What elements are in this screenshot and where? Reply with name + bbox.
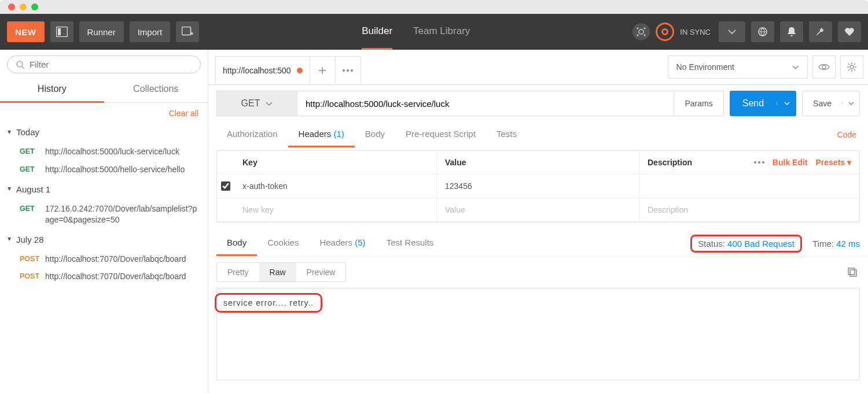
history-item[interactable]: GET 172.16.0.242:7070/Dover/lab/sampleli…: [0, 200, 208, 229]
tab-options-button[interactable]: [336, 56, 361, 84]
filter-input-wrap[interactable]: [7, 55, 201, 73]
copy-response-button[interactable]: [845, 265, 860, 280]
svg-point-17: [762, 161, 764, 164]
filter-input[interactable]: [30, 60, 192, 69]
globe-icon: [757, 27, 768, 37]
header-row-placeholder[interactable]: New key Value Description: [217, 198, 859, 222]
subtab-headers[interactable]: Headers (1): [288, 122, 355, 147]
environment-select[interactable]: No Environment: [668, 55, 808, 79]
send-button[interactable]: Send: [730, 91, 796, 116]
code-link[interactable]: Code: [837, 130, 860, 139]
headers-table: Key Value Description Bulk Edit Presets …: [216, 150, 860, 223]
method-label: GET: [241, 98, 260, 109]
close-window-icon[interactable]: [8, 3, 15, 10]
header-options-button[interactable]: [754, 161, 764, 164]
import-button[interactable]: Import: [130, 21, 171, 42]
time-label: Time:: [812, 239, 834, 249]
history-group-today[interactable]: Today: [0, 121, 208, 143]
header-value-placeholder[interactable]: Value: [437, 198, 639, 221]
col-value: Value: [437, 151, 639, 174]
header-row-checkbox[interactable]: [221, 181, 230, 191]
method-badge: POST: [20, 254, 45, 265]
subtab-prerequest[interactable]: Pre-request Script: [395, 122, 486, 147]
search-icon: [16, 60, 25, 69]
chevron-down-icon: [728, 29, 736, 34]
history-item[interactable]: GET http://localhost:5000/hello-service/…: [0, 161, 208, 179]
params-button[interactable]: Params: [674, 91, 723, 116]
svg-rect-1: [58, 28, 61, 35]
subtab-tests[interactable]: Tests: [486, 122, 527, 147]
method-badge: POST: [20, 271, 45, 282]
add-tab-button[interactable]: [310, 56, 336, 84]
svg-point-4: [637, 28, 639, 29]
sidebar-tab-history[interactable]: History: [0, 77, 104, 103]
environment-settings-button[interactable]: [840, 55, 863, 79]
sidebar-tab-collections[interactable]: Collections: [104, 77, 208, 103]
headers-table-head: Key Value Description Bulk Edit Presets …: [217, 151, 859, 175]
notifications-button[interactable]: [780, 21, 803, 42]
runner-button[interactable]: Runner: [79, 21, 124, 42]
response-tabs: Body Cookies Headers (5) Test Results St…: [208, 227, 868, 257]
toggle-sidebar-button[interactable]: [50, 21, 73, 42]
method-select[interactable]: GET: [216, 91, 297, 116]
response-status: Status: 400 Bad Request: [690, 235, 802, 253]
interceptor-button[interactable]: [751, 21, 774, 42]
clear-all-link[interactable]: Clear all: [0, 103, 208, 121]
resp-tab-headers[interactable]: Headers (5): [309, 231, 376, 256]
svg-point-9: [17, 61, 23, 67]
sync-activity-icon[interactable]: [632, 23, 650, 40]
resp-tab-cookies[interactable]: Cookies: [257, 231, 309, 256]
body-view-controls: Pretty Raw Preview: [208, 257, 868, 288]
header-value[interactable]: 123456: [437, 175, 639, 198]
view-preview[interactable]: Preview: [296, 263, 346, 281]
chevron-down-icon: [784, 102, 790, 105]
resp-tab-tests[interactable]: Test Results: [376, 231, 444, 256]
history-url: http://localhost:7070/Dover/labqc/board: [45, 271, 200, 282]
header-desc-placeholder[interactable]: Description: [639, 198, 859, 221]
tab-builder[interactable]: Builder: [362, 14, 392, 50]
new-window-button[interactable]: [176, 21, 199, 42]
resp-tab-body[interactable]: Body: [216, 231, 257, 256]
sidebar-icon: [56, 27, 68, 37]
view-raw[interactable]: Raw: [259, 263, 296, 281]
svg-rect-19: [848, 268, 855, 275]
bulk-edit-link[interactable]: Bulk Edit: [773, 158, 808, 167]
tab-team-library[interactable]: Team Library: [413, 14, 470, 50]
view-pretty[interactable]: Pretty: [217, 263, 259, 281]
subtab-body[interactable]: Body: [355, 122, 395, 147]
header-row[interactable]: x-auth-token 123456: [217, 175, 859, 198]
copy-icon: [847, 267, 858, 277]
svg-point-12: [351, 69, 353, 72]
send-dropdown[interactable]: [777, 102, 796, 105]
new-button[interactable]: NEW: [7, 21, 45, 42]
save-button[interactable]: Save: [802, 91, 860, 116]
response-body[interactable]: service error.... retry..: [216, 288, 860, 380]
history-group-jul28[interactable]: July 28: [0, 229, 208, 250]
maximize-window-icon[interactable]: [31, 3, 38, 10]
presets-link[interactable]: Presets ▾: [816, 158, 851, 167]
response-time: Time: 42 ms: [812, 239, 860, 249]
method-badge: GET: [20, 164, 45, 175]
history-item[interactable]: POST http://localhost:7070/Dover/labqc/b…: [0, 268, 208, 286]
request-tab[interactable]: http://localhost:500: [215, 56, 310, 84]
history-group-aug1[interactable]: August 1: [0, 179, 208, 200]
account-dropdown-button[interactable]: [719, 21, 745, 42]
header-key-placeholder[interactable]: New key: [234, 198, 437, 221]
url-input[interactable]: [297, 91, 674, 116]
history-list[interactable]: Today GET http://localhost:5000/luck-ser…: [0, 121, 208, 393]
sync-status-icon[interactable]: [656, 23, 674, 41]
history-item[interactable]: POST http://localhost:7070/Dover/labqc/b…: [0, 250, 208, 268]
minimize-window-icon[interactable]: [20, 3, 27, 10]
history-item[interactable]: GET http://localhost:5000/luck-service/l…: [0, 143, 208, 161]
save-dropdown[interactable]: [842, 102, 859, 105]
main-area: History Collections Clear all Today GET …: [0, 50, 868, 393]
subtab-authorization[interactable]: Authorization: [216, 122, 288, 147]
window-titlebar: [0, 0, 868, 14]
header-key[interactable]: x-auth-token: [234, 175, 437, 198]
settings-button[interactable]: [809, 21, 832, 42]
svg-point-3: [639, 29, 643, 34]
heart-button[interactable]: [838, 21, 861, 42]
header-desc[interactable]: [639, 175, 859, 198]
method-badge: GET: [20, 203, 45, 225]
environment-preview-button[interactable]: [812, 55, 836, 79]
